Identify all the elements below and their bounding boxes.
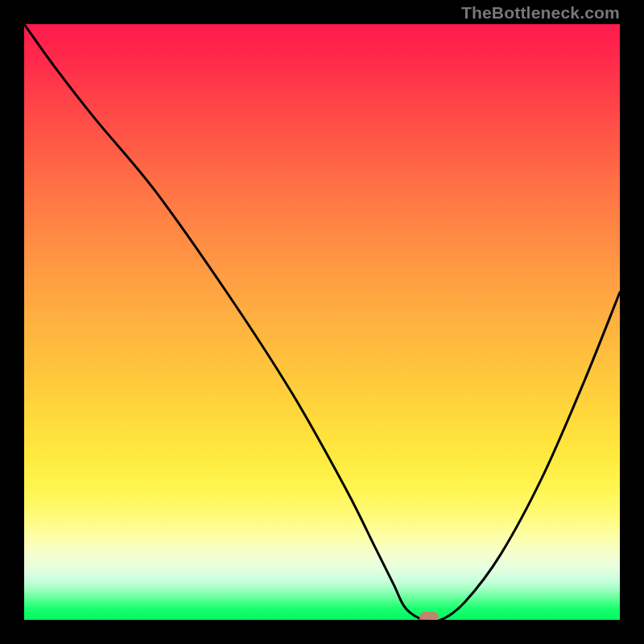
bottleneck-curve [24,24,620,620]
attribution-label: TheBottleneck.com [461,3,620,23]
chart-stage: TheBottleneck.com [0,0,644,644]
optimal-marker [419,612,439,620]
plot-area [24,24,620,620]
